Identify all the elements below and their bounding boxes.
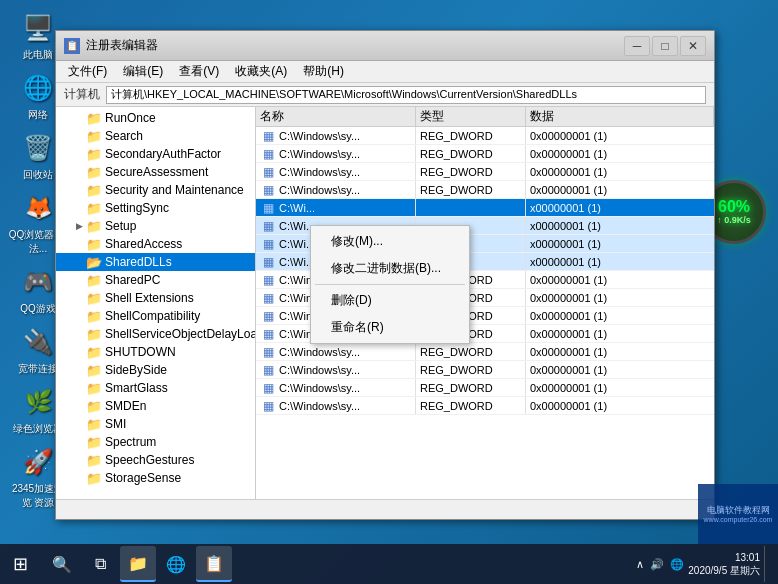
ctx-item-modify-binary[interactable]: 修改二进制数据(B)... xyxy=(311,255,469,282)
cell-data: 0x00000001 (1) xyxy=(526,271,714,288)
table-row-selected[interactable]: ▦ C:\Wi... x00000001 (1) xyxy=(256,199,714,217)
tree-label-shared-dlls: SharedDLLs xyxy=(105,255,172,269)
table-row[interactable]: ▦ C:\Windows\sy... REG_DWORD 0x00000001 … xyxy=(256,163,714,181)
cell-name: ▦ C:\Windows\sy... xyxy=(256,397,416,414)
tree-label-storage-sense: StorageSense xyxy=(105,471,181,485)
menu-bar: 文件(F) 编辑(E) 查看(V) 收藏夹(A) 帮助(H) xyxy=(56,61,714,83)
folder-shared-pc-icon: 📁 xyxy=(86,273,102,287)
ctx-item-rename[interactable]: 重命名(R) xyxy=(311,314,469,341)
table-row[interactable]: ▦ C:\Windows\sy... REG_DWORD 0x00000001 … xyxy=(256,181,714,199)
tree-item-shared-pc[interactable]: 📁 SharedPC xyxy=(56,271,255,289)
tree-item-side-by-side[interactable]: 📁 SideBySide xyxy=(56,361,255,379)
broadband-label: 宽带连接 xyxy=(18,362,58,376)
taskbar-edge[interactable]: 🌐 xyxy=(158,546,194,582)
tree-pane[interactable]: 📁 RunOnce 📁 Search 📁 SecondaryAuthFactor xyxy=(56,107,256,499)
folder-runonce-icon: 📁 xyxy=(86,111,102,125)
tree-item-secure-assessment[interactable]: 📁 SecureAssessment xyxy=(56,163,255,181)
reg-dword-icon: ▦ xyxy=(260,327,276,341)
folder-secure-icon: 📁 xyxy=(86,165,102,179)
tray-icons: ∧ 🔊 🌐 xyxy=(636,558,684,571)
tray-network-icon[interactable]: 🌐 xyxy=(670,558,684,571)
tree-item-security[interactable]: 📁 Security and Maintenance xyxy=(56,181,255,199)
qq-game-label: QQ游戏 xyxy=(20,302,56,316)
tree-item-shell-compat[interactable]: 📁 ShellCompatibility xyxy=(56,307,255,325)
show-desktop-button[interactable] xyxy=(764,546,770,582)
cell-type: REG_DWORD xyxy=(416,343,526,360)
tree-label-shutdown: SHUTDOWN xyxy=(105,345,176,359)
system-clock[interactable]: 13:01 2020/9/5 星期六 xyxy=(688,551,760,577)
taskbar-items: 🔍 ⧉ 📁 🌐 📋 xyxy=(40,546,628,582)
this-pc-icon: 🖥️ xyxy=(20,10,56,46)
cell-data: 0x00000001 (1) xyxy=(526,397,714,414)
close-button[interactable]: ✕ xyxy=(680,36,706,56)
tray-sound-icon[interactable]: 🔊 xyxy=(650,558,664,571)
tree-item-runonce[interactable]: 📁 RunOnce xyxy=(56,109,255,127)
tree-item-smden[interactable]: 📁 SMDEn xyxy=(56,397,255,415)
tree-item-settingsync[interactable]: 📁 SettingSync xyxy=(56,199,255,217)
qq-game-icon: 🎮 xyxy=(20,264,56,300)
tree-item-smi[interactable]: 📁 SMI xyxy=(56,415,255,433)
start-button[interactable]: ⊞ xyxy=(0,544,40,584)
tree-label-search: Search xyxy=(105,129,143,143)
tree-label-shared-pc: SharedPC xyxy=(105,273,160,287)
taskbar-search[interactable]: 🔍 xyxy=(44,546,80,582)
network-label: 网络 xyxy=(28,108,48,122)
menu-view[interactable]: 查看(V) xyxy=(171,61,227,82)
qq-browser-icon: 🦊 xyxy=(20,190,56,226)
taskbar-file-explorer[interactable]: 📁 xyxy=(120,546,156,582)
table-row[interactable]: ▦ C:\Windows\sy... REG_DWORD 0x00000001 … xyxy=(256,343,714,361)
window-title: 注册表编辑器 xyxy=(86,37,624,54)
table-row[interactable]: ▦ C:\Windows\sy... REG_DWORD 0x00000001 … xyxy=(256,379,714,397)
menu-favorites[interactable]: 收藏夹(A) xyxy=(227,61,295,82)
ctx-item-delete[interactable]: 删除(D) xyxy=(311,287,469,314)
tree-item-smartglass[interactable]: 📁 SmartGlass xyxy=(56,379,255,397)
tree-item-shared-dlls[interactable]: 📂 SharedDLLs xyxy=(56,253,255,271)
folder-spectrum-icon: 📁 xyxy=(86,435,102,449)
green-browser-icon: 🌿 xyxy=(20,384,56,420)
tree-item-shared-access[interactable]: 📁 SharedAccess xyxy=(56,235,255,253)
menu-file[interactable]: 文件(F) xyxy=(60,61,115,82)
tray-chevron-icon[interactable]: ∧ xyxy=(636,558,644,571)
table-row[interactable]: ▦ C:\Windows\sy... REG_DWORD 0x00000001 … xyxy=(256,145,714,163)
table-row[interactable]: ▦ C:\Windows\sy... REG_DWORD 0x00000001 … xyxy=(256,397,714,415)
table-row[interactable]: ▦ C:\Windows\sy... REG_DWORD 0x00000001 … xyxy=(256,127,714,145)
taskbar-regedit[interactable]: 📋 xyxy=(196,546,232,582)
address-path[interactable]: 计算机\HKEY_LOCAL_MACHINE\SOFTWARE\Microsof… xyxy=(106,86,706,104)
tree-item-speech-gestures[interactable]: 📁 SpeechGestures xyxy=(56,451,255,469)
maximize-button[interactable]: □ xyxy=(652,36,678,56)
tree-item-shell-extensions[interactable]: 📁 Shell Extensions xyxy=(56,289,255,307)
folder-storage-sense-icon: 📁 xyxy=(86,471,102,485)
reg-dword-icon: ▦ xyxy=(260,165,276,179)
desktop: 🖥️ 此电脑 🌐 网络 🗑️ 回收站 🦊 QQ浏览器 无法... 🎮 QQ游戏 … xyxy=(0,0,778,584)
cell-type: REG_DWORD xyxy=(416,379,526,396)
taskbar-task-view[interactable]: ⧉ xyxy=(82,546,118,582)
cell-data: x00000001 (1) xyxy=(526,217,714,234)
menu-help[interactable]: 帮助(H) xyxy=(295,61,352,82)
network-icon: 🌐 xyxy=(20,70,56,106)
cell-data: x00000001 (1) xyxy=(526,253,714,270)
ctx-item-modify[interactable]: 修改(M)... xyxy=(311,228,469,255)
table-row[interactable]: ▦ C:\Windows\sy... REG_DWORD 0x00000001 … xyxy=(256,361,714,379)
tree-item-secondary-auth[interactable]: 📁 SecondaryAuthFactor xyxy=(56,145,255,163)
minimize-button[interactable]: ─ xyxy=(624,36,650,56)
data-header: 名称 类型 数据 xyxy=(256,107,714,127)
folder-speech-gestures-icon: 📁 xyxy=(86,453,102,467)
tree-item-shutdown[interactable]: 📁 SHUTDOWN xyxy=(56,343,255,361)
col-header-data: 数据 xyxy=(526,107,714,126)
tree-label-shared-access: SharedAccess xyxy=(105,237,182,251)
menu-edit[interactable]: 编辑(E) xyxy=(115,61,171,82)
tree-item-setup[interactable]: ▶ 📁 Setup xyxy=(56,217,255,235)
tree-item-storage-sense[interactable]: 📁 StorageSense xyxy=(56,469,255,487)
cell-type: REG_DWORD xyxy=(416,181,526,198)
cell-name: ▦ C:\Windows\sy... xyxy=(256,379,416,396)
tree-item-spectrum[interactable]: 📁 Spectrum xyxy=(56,433,255,451)
tree-label-security: Security and Maintenance xyxy=(105,183,244,197)
tree-item-shell-service[interactable]: 📁 ShellServiceObjectDelayLoad xyxy=(56,325,255,343)
cell-data: 0x00000001 (1) xyxy=(526,127,714,144)
tree-item-search[interactable]: 📁 Search xyxy=(56,127,255,145)
folder-settingsync-icon: 📁 xyxy=(86,201,102,215)
status-bar xyxy=(56,499,714,519)
cell-data: 0x00000001 (1) xyxy=(526,163,714,180)
taskbar: ⊞ 🔍 ⧉ 📁 🌐 📋 ∧ 🔊 🌐 13:01 2020/9/5 星期六 xyxy=(0,544,778,584)
cell-type: REG_DWORD xyxy=(416,361,526,378)
